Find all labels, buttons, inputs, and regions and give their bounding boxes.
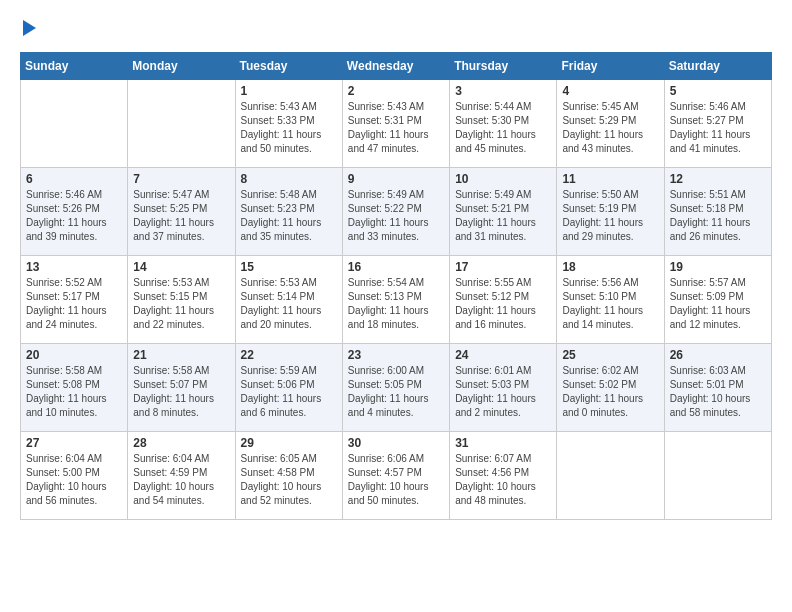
day-number: 26 (670, 348, 766, 362)
day-number: 13 (26, 260, 122, 274)
day-detail: Sunrise: 5:49 AM Sunset: 5:21 PM Dayligh… (455, 188, 551, 244)
day-detail: Sunrise: 5:44 AM Sunset: 5:30 PM Dayligh… (455, 100, 551, 156)
day-detail: Sunrise: 5:56 AM Sunset: 5:10 PM Dayligh… (562, 276, 658, 332)
day-number: 17 (455, 260, 551, 274)
calendar-cell: 1Sunrise: 5:43 AM Sunset: 5:33 PM Daylig… (235, 80, 342, 168)
day-number: 10 (455, 172, 551, 186)
calendar-cell: 30Sunrise: 6:06 AM Sunset: 4:57 PM Dayli… (342, 432, 449, 520)
week-row-5: 27Sunrise: 6:04 AM Sunset: 5:00 PM Dayli… (21, 432, 772, 520)
calendar-cell (21, 80, 128, 168)
day-detail: Sunrise: 6:04 AM Sunset: 5:00 PM Dayligh… (26, 452, 122, 508)
day-number: 22 (241, 348, 337, 362)
day-number: 2 (348, 84, 444, 98)
day-detail: Sunrise: 5:45 AM Sunset: 5:29 PM Dayligh… (562, 100, 658, 156)
week-row-2: 6Sunrise: 5:46 AM Sunset: 5:26 PM Daylig… (21, 168, 772, 256)
calendar-cell: 21Sunrise: 5:58 AM Sunset: 5:07 PM Dayli… (128, 344, 235, 432)
calendar-cell: 20Sunrise: 5:58 AM Sunset: 5:08 PM Dayli… (21, 344, 128, 432)
day-detail: Sunrise: 5:51 AM Sunset: 5:18 PM Dayligh… (670, 188, 766, 244)
day-number: 29 (241, 436, 337, 450)
header-day-saturday: Saturday (664, 53, 771, 80)
day-number: 7 (133, 172, 229, 186)
day-number: 12 (670, 172, 766, 186)
day-detail: Sunrise: 5:55 AM Sunset: 5:12 PM Dayligh… (455, 276, 551, 332)
calendar-cell: 4Sunrise: 5:45 AM Sunset: 5:29 PM Daylig… (557, 80, 664, 168)
day-detail: Sunrise: 5:53 AM Sunset: 5:15 PM Dayligh… (133, 276, 229, 332)
day-number: 5 (670, 84, 766, 98)
day-number: 9 (348, 172, 444, 186)
day-detail: Sunrise: 5:52 AM Sunset: 5:17 PM Dayligh… (26, 276, 122, 332)
calendar-cell: 22Sunrise: 5:59 AM Sunset: 5:06 PM Dayli… (235, 344, 342, 432)
calendar-cell: 31Sunrise: 6:07 AM Sunset: 4:56 PM Dayli… (450, 432, 557, 520)
calendar-cell: 13Sunrise: 5:52 AM Sunset: 5:17 PM Dayli… (21, 256, 128, 344)
calendar-cell: 16Sunrise: 5:54 AM Sunset: 5:13 PM Dayli… (342, 256, 449, 344)
day-number: 3 (455, 84, 551, 98)
calendar-cell: 24Sunrise: 6:01 AM Sunset: 5:03 PM Dayli… (450, 344, 557, 432)
day-detail: Sunrise: 5:46 AM Sunset: 5:26 PM Dayligh… (26, 188, 122, 244)
calendar-table: SundayMondayTuesdayWednesdayThursdayFrid… (20, 52, 772, 520)
day-detail: Sunrise: 5:48 AM Sunset: 5:23 PM Dayligh… (241, 188, 337, 244)
day-detail: Sunrise: 6:00 AM Sunset: 5:05 PM Dayligh… (348, 364, 444, 420)
day-number: 20 (26, 348, 122, 362)
day-detail: Sunrise: 6:02 AM Sunset: 5:02 PM Dayligh… (562, 364, 658, 420)
calendar-cell: 27Sunrise: 6:04 AM Sunset: 5:00 PM Dayli… (21, 432, 128, 520)
day-number: 25 (562, 348, 658, 362)
day-number: 15 (241, 260, 337, 274)
day-detail: Sunrise: 6:03 AM Sunset: 5:01 PM Dayligh… (670, 364, 766, 420)
calendar-cell: 26Sunrise: 6:03 AM Sunset: 5:01 PM Dayli… (664, 344, 771, 432)
day-detail: Sunrise: 5:50 AM Sunset: 5:19 PM Dayligh… (562, 188, 658, 244)
day-number: 11 (562, 172, 658, 186)
week-row-3: 13Sunrise: 5:52 AM Sunset: 5:17 PM Dayli… (21, 256, 772, 344)
calendar-cell: 12Sunrise: 5:51 AM Sunset: 5:18 PM Dayli… (664, 168, 771, 256)
logo (20, 20, 37, 36)
logo-arrow-icon (23, 20, 36, 36)
day-detail: Sunrise: 6:01 AM Sunset: 5:03 PM Dayligh… (455, 364, 551, 420)
header-day-sunday: Sunday (21, 53, 128, 80)
week-row-4: 20Sunrise: 5:58 AM Sunset: 5:08 PM Dayli… (21, 344, 772, 432)
calendar-cell: 29Sunrise: 6:05 AM Sunset: 4:58 PM Dayli… (235, 432, 342, 520)
day-number: 30 (348, 436, 444, 450)
calendar-cell (557, 432, 664, 520)
day-number: 24 (455, 348, 551, 362)
header-day-monday: Monday (128, 53, 235, 80)
day-number: 23 (348, 348, 444, 362)
calendar-cell: 25Sunrise: 6:02 AM Sunset: 5:02 PM Dayli… (557, 344, 664, 432)
day-number: 27 (26, 436, 122, 450)
calendar-cell: 7Sunrise: 5:47 AM Sunset: 5:25 PM Daylig… (128, 168, 235, 256)
calendar-cell: 18Sunrise: 5:56 AM Sunset: 5:10 PM Dayli… (557, 256, 664, 344)
calendar-cell: 9Sunrise: 5:49 AM Sunset: 5:22 PM Daylig… (342, 168, 449, 256)
day-number: 28 (133, 436, 229, 450)
calendar-cell: 14Sunrise: 5:53 AM Sunset: 5:15 PM Dayli… (128, 256, 235, 344)
day-detail: Sunrise: 6:06 AM Sunset: 4:57 PM Dayligh… (348, 452, 444, 508)
day-number: 4 (562, 84, 658, 98)
calendar-cell: 23Sunrise: 6:00 AM Sunset: 5:05 PM Dayli… (342, 344, 449, 432)
calendar-cell: 19Sunrise: 5:57 AM Sunset: 5:09 PM Dayli… (664, 256, 771, 344)
calendar-cell: 6Sunrise: 5:46 AM Sunset: 5:26 PM Daylig… (21, 168, 128, 256)
calendar-cell: 15Sunrise: 5:53 AM Sunset: 5:14 PM Dayli… (235, 256, 342, 344)
day-detail: Sunrise: 5:58 AM Sunset: 5:07 PM Dayligh… (133, 364, 229, 420)
day-number: 19 (670, 260, 766, 274)
calendar-header-row: SundayMondayTuesdayWednesdayThursdayFrid… (21, 53, 772, 80)
header-day-thursday: Thursday (450, 53, 557, 80)
calendar-cell: 28Sunrise: 6:04 AM Sunset: 4:59 PM Dayli… (128, 432, 235, 520)
day-detail: Sunrise: 5:43 AM Sunset: 5:33 PM Dayligh… (241, 100, 337, 156)
day-detail: Sunrise: 5:46 AM Sunset: 5:27 PM Dayligh… (670, 100, 766, 156)
day-detail: Sunrise: 5:53 AM Sunset: 5:14 PM Dayligh… (241, 276, 337, 332)
header-day-tuesday: Tuesday (235, 53, 342, 80)
day-number: 14 (133, 260, 229, 274)
day-detail: Sunrise: 5:58 AM Sunset: 5:08 PM Dayligh… (26, 364, 122, 420)
calendar-cell: 17Sunrise: 5:55 AM Sunset: 5:12 PM Dayli… (450, 256, 557, 344)
header-day-wednesday: Wednesday (342, 53, 449, 80)
header (20, 20, 772, 36)
calendar-cell (664, 432, 771, 520)
header-day-friday: Friday (557, 53, 664, 80)
calendar-cell: 10Sunrise: 5:49 AM Sunset: 5:21 PM Dayli… (450, 168, 557, 256)
calendar-cell: 2Sunrise: 5:43 AM Sunset: 5:31 PM Daylig… (342, 80, 449, 168)
day-detail: Sunrise: 5:54 AM Sunset: 5:13 PM Dayligh… (348, 276, 444, 332)
day-number: 1 (241, 84, 337, 98)
day-detail: Sunrise: 6:05 AM Sunset: 4:58 PM Dayligh… (241, 452, 337, 508)
day-detail: Sunrise: 5:59 AM Sunset: 5:06 PM Dayligh… (241, 364, 337, 420)
calendar-cell: 11Sunrise: 5:50 AM Sunset: 5:19 PM Dayli… (557, 168, 664, 256)
day-detail: Sunrise: 6:07 AM Sunset: 4:56 PM Dayligh… (455, 452, 551, 508)
calendar-cell (128, 80, 235, 168)
week-row-1: 1Sunrise: 5:43 AM Sunset: 5:33 PM Daylig… (21, 80, 772, 168)
